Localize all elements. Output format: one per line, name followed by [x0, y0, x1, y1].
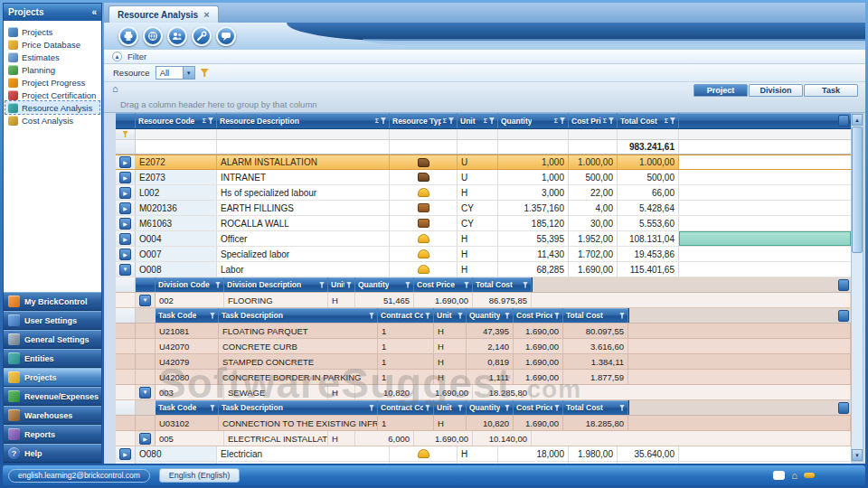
nav-help-button[interactable]: ?Help	[4, 444, 101, 463]
filter-icon[interactable]	[619, 313, 625, 319]
filter-cell[interactable]	[618, 129, 679, 139]
cost-price-cell[interactable]	[569, 462, 618, 464]
quantity-cell[interactable]: 10,820	[467, 416, 514, 430]
unit-cell[interactable]: H	[458, 262, 498, 277]
quantity-cell[interactable]: 1,111	[467, 370, 514, 384]
filter-icon[interactable]	[560, 117, 565, 124]
filter-icon[interactable]	[458, 313, 463, 319]
resource-code-cell[interactable]: L002	[136, 185, 217, 200]
resource-type-cell[interactable]	[390, 155, 458, 169]
sum-icon[interactable]: Σ	[484, 117, 487, 124]
column-header-unit[interactable]: Unit	[328, 277, 355, 292]
column-header-quantity[interactable]: Quantity	[467, 308, 514, 323]
status-home-icon[interactable]: ⌂	[791, 471, 797, 481]
column-header-quantity[interactable]: QuantityΣ	[498, 113, 569, 128]
contract-code-cell[interactable]: 1	[378, 354, 434, 369]
total-cost-cell[interactable]: 80.097,55	[563, 324, 628, 338]
contract-code-cell[interactable]: 1	[378, 370, 434, 384]
filter-icon[interactable]	[505, 313, 510, 319]
contract-code-cell[interactable]: 1	[378, 324, 434, 338]
quantity-cell[interactable]: 51,465	[355, 293, 414, 307]
nav-general-settings-button[interactable]: General Settings	[4, 330, 101, 349]
resource-type-cell[interactable]	[390, 446, 458, 461]
resource-description-cell[interactable]: Officer	[217, 231, 390, 246]
expand-arrow-icon[interactable]: ▶	[119, 202, 131, 214]
filter-bar[interactable]: ▲ Filter	[104, 50, 865, 64]
filter-icon[interactable]	[425, 405, 430, 411]
expand-arrow-icon[interactable]: ▼	[139, 295, 151, 306]
cost-price-cell[interactable]: 1.690,00	[414, 385, 473, 399]
expand-arrow-icon[interactable]: ▶	[119, 233, 131, 245]
print-button[interactable]	[118, 26, 138, 46]
quantity-cell[interactable]: 0,819	[467, 354, 514, 369]
column-header-total-cost[interactable]: Total Cost	[473, 277, 532, 292]
nav-reports-button[interactable]: Reports	[4, 425, 101, 444]
filter-icon[interactable]	[215, 282, 221, 288]
filter-cell[interactable]	[569, 129, 618, 139]
nav-revenue-expenses-button[interactable]: Revenue/Expenses	[4, 387, 101, 406]
cost-price-cell[interactable]: 500,00	[569, 170, 618, 184]
filter-icon[interactable]	[505, 405, 510, 411]
nav-projects-button[interactable]: Projects	[4, 368, 101, 387]
resource-code-cell[interactable]: E2073	[136, 170, 217, 184]
resource-description-cell[interactable]: ALARM INSTALLATION	[217, 155, 390, 169]
resource-type-cell[interactable]	[390, 201, 458, 215]
filter-icon[interactable]	[523, 282, 528, 288]
nav-user-settings-button[interactable]: User Settings	[4, 311, 101, 330]
column-header-unit[interactable]: UnitΣ	[458, 113, 498, 128]
filter-icon[interactable]	[609, 117, 614, 124]
resource-description-cell[interactable]: Labor	[217, 262, 390, 277]
total-cost-cell[interactable]: 86.975,85	[473, 293, 532, 307]
division-description-cell[interactable]: SEWAGE	[224, 385, 328, 399]
division-code-cell[interactable]: 002	[156, 293, 224, 307]
column-menu-icon[interactable]	[838, 279, 849, 291]
filter-collapse-icon[interactable]: ▲	[112, 52, 122, 61]
filter-icon[interactable]	[458, 405, 463, 411]
resource-code-cell[interactable]: O008	[136, 262, 217, 277]
apply-filter-icon[interactable]	[201, 69, 209, 77]
task-description-cell[interactable]: CONCRETE CURB	[219, 339, 378, 353]
column-menu-icon[interactable]	[838, 310, 849, 322]
total-cost-cell[interactable]: 35.640,00	[618, 446, 679, 461]
column-header-task-description[interactable]: Task Description	[219, 308, 378, 323]
row-expander[interactable]: ▶	[116, 446, 136, 461]
column-menu-icon[interactable]	[838, 402, 849, 414]
sum-icon[interactable]: Σ	[603, 117, 607, 124]
sum-icon[interactable]: Σ	[443, 117, 447, 124]
unit-cell[interactable]: U	[458, 170, 498, 184]
expand-arrow-icon[interactable]: ▶	[119, 156, 131, 168]
resource-description-cell[interactable]: INTRANET	[217, 170, 390, 184]
quantity-cell[interactable]: 10,820	[355, 385, 414, 399]
task-description-cell[interactable]: STAMPED CONCRETE	[219, 354, 378, 369]
resource-description-cell[interactable]: Specialized labor	[217, 247, 390, 261]
unit-cell[interactable]: H	[434, 324, 467, 338]
cost-price-cell[interactable]: 4,00	[569, 201, 618, 215]
tools-button[interactable]	[192, 26, 212, 46]
row-expander[interactable]: ▶	[116, 216, 136, 230]
quantity-cell[interactable]: 1,000	[498, 170, 569, 184]
contract-code-cell[interactable]: 1	[378, 339, 434, 353]
quantity-cell[interactable]: 18,000	[498, 446, 569, 461]
unit-cell[interactable]: H	[434, 416, 467, 430]
cost-price-cell[interactable]: 1.690,00	[514, 324, 563, 338]
cost-price-cell[interactable]: 30,00	[569, 216, 618, 230]
division-description-cell[interactable]: ELECTRICAL INSTALLATIONS	[224, 431, 328, 446]
filter-icon[interactable]	[346, 282, 352, 288]
column-header-resource-type[interactable]: Resource TypeΣ	[390, 113, 458, 128]
expand-arrow-icon[interactable]: ▶	[119, 448, 131, 460]
collapse-sidebar-icon[interactable]: «	[91, 7, 97, 17]
resource-type-cell[interactable]	[390, 247, 458, 261]
task-code-cell[interactable]: U42080	[156, 370, 219, 384]
division-description-cell[interactable]: FLOORING	[224, 293, 328, 307]
resource-type-cell[interactable]	[390, 462, 458, 464]
quantity-cell[interactable]: 3,000	[498, 185, 569, 200]
column-header-task-description[interactable]: Task Description	[219, 400, 378, 415]
total-cost-cell[interactable]: 1.384,11	[563, 354, 628, 369]
filter-icon[interactable]	[489, 117, 495, 124]
sum-icon[interactable]: Σ	[554, 117, 558, 124]
expand-arrow-icon[interactable]: ▶	[139, 433, 151, 445]
task-code-cell[interactable]: U42070	[156, 339, 219, 353]
resource-code-cell[interactable]	[136, 462, 217, 464]
unit-cell[interactable]: H	[458, 231, 498, 246]
resource-dropdown[interactable]: All ▼	[156, 66, 195, 80]
